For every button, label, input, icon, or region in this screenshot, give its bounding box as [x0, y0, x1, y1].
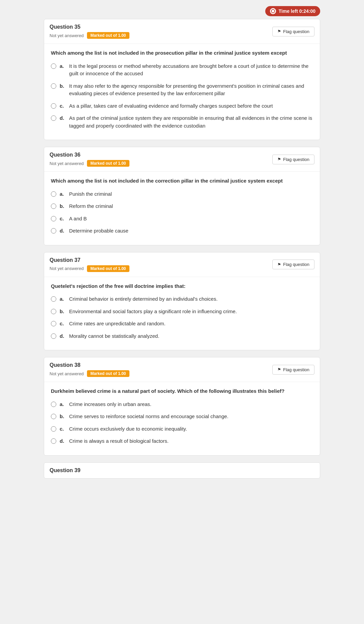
question-header-q35: Question 35Not yet answeredMarked out of… [44, 19, 320, 44]
option-text-q35-0: It is the legal process or method whereb… [69, 62, 313, 78]
option-radio-q35-3[interactable] [51, 115, 56, 121]
question-meta-q37: Not yet answeredMarked out of 1.00 [50, 265, 272, 272]
question-body-q36: Which among the list is not included in … [44, 172, 320, 245]
partial-question-title: Question 39 [50, 467, 314, 473]
option-list-q35: a.It is the legal process or method wher… [51, 62, 313, 130]
marked-badge-q35: Marked out of 1.00 [87, 32, 129, 39]
option-radio-q37-3[interactable] [51, 333, 56, 339]
option-letter-q38-3: d. [60, 437, 66, 445]
marked-badge-q37: Marked out of 1.00 [87, 265, 129, 272]
option-list-q38: a.Crime increases only in urban areas.b.… [51, 401, 313, 445]
flag-button-q36[interactable]: ⚑ Flag question [272, 155, 314, 164]
flag-icon-q37: ⚑ [277, 262, 281, 267]
option-text-q37-1: Environmental and social factors play a … [69, 308, 237, 316]
option-item-q35-2: c.As a pillar, takes care of evaluating … [51, 102, 313, 110]
option-radio-q36-2[interactable] [51, 216, 56, 221]
option-item-q35-1: b.It may also refer to the agency respon… [51, 82, 313, 98]
option-letter-q37-1: b. [60, 308, 66, 316]
option-text-q36-3: Determine probable cause [69, 227, 128, 235]
option-text-q37-2: Crime rates are unpredictable and random… [69, 320, 165, 328]
option-text-q38-1: Crime serves to reinforce societal norms… [69, 413, 229, 420]
option-radio-q35-1[interactable] [51, 83, 56, 89]
question-block-q38: Question 38Not yet answeredMarked out of… [44, 357, 320, 456]
question-body-q37: Quetelet's rejection of the free will do… [44, 277, 320, 350]
question-meta-q38: Not yet answeredMarked out of 1.00 [50, 370, 272, 377]
question-header-right-q37: ⚑ Flag question [272, 260, 314, 269]
flag-icon-q38: ⚑ [277, 367, 281, 372]
option-item-q37-0: a.Criminal behavior is entirely determin… [51, 295, 313, 303]
option-letter-q35-3: d. [60, 114, 66, 122]
option-radio-q38-0[interactable] [51, 402, 56, 407]
question-body-q38: Durkheim believed crime is a natural par… [44, 382, 320, 455]
timer-badge: Time left 0:24:00 [265, 6, 320, 16]
option-text-q37-0: Criminal behavior is entirely determined… [69, 295, 218, 303]
question-text-q36: Which among the list is not included in … [51, 177, 313, 185]
question-header-left-q35: Question 35Not yet answeredMarked out of… [50, 24, 272, 39]
question-title-q37: Question 37 [50, 257, 272, 263]
page-wrapper: Time left 0:24:00 Question 35Not yet ans… [40, 0, 324, 489]
option-letter-q35-0: a. [60, 62, 66, 70]
questions-container: Question 35Not yet answeredMarked out of… [44, 19, 320, 456]
question-header-right-q38: ⚑ Flag question [272, 365, 314, 375]
option-radio-q38-2[interactable] [51, 426, 56, 432]
option-text-q36-2: A and B [69, 215, 87, 223]
option-radio-q38-1[interactable] [51, 414, 56, 419]
option-item-q36-3: d.Determine probable cause [51, 227, 313, 235]
question-header-left-q36: Question 36Not yet answeredMarked out of… [50, 152, 272, 167]
option-radio-q35-0[interactable] [51, 63, 56, 69]
question-block-q37: Question 37Not yet answeredMarked out of… [44, 252, 320, 351]
option-list-q36: a.Punish the criminalb.Reform the crimin… [51, 190, 313, 235]
flag-button-q37[interactable]: ⚑ Flag question [272, 260, 314, 269]
option-text-q36-1: Reform the criminal [69, 202, 113, 210]
option-text-q38-2: Crime occurs exclusively due to economic… [69, 425, 187, 433]
option-letter-q37-0: a. [60, 295, 66, 303]
option-item-q38-1: b.Crime serves to reinforce societal nor… [51, 413, 313, 420]
option-letter-q36-0: a. [60, 190, 66, 198]
question-text-q38: Durkheim believed crime is a natural par… [51, 387, 313, 395]
option-radio-q36-3[interactable] [51, 228, 56, 234]
question-meta-q35: Not yet answeredMarked out of 1.00 [50, 32, 272, 39]
option-item-q38-3: d.Crime is always a result of biological… [51, 437, 313, 445]
question-header-right-q36: ⚑ Flag question [272, 155, 314, 164]
not-answered-label-q38: Not yet answered [50, 371, 84, 376]
question-meta-q36: Not yet answeredMarked out of 1.00 [50, 160, 272, 167]
partial-question-block: Question 39 [44, 462, 320, 479]
option-radio-q37-1[interactable] [51, 309, 56, 314]
timer-label: Time left 0:24:00 [279, 8, 315, 14]
option-letter-q35-2: c. [60, 102, 66, 110]
question-header-q36: Question 36Not yet answeredMarked out of… [44, 147, 320, 172]
flag-button-q35[interactable]: ⚑ Flag question [272, 27, 314, 36]
option-item-q37-3: d.Morality cannot be statistically analy… [51, 332, 313, 340]
question-title-q35: Question 35 [50, 24, 272, 30]
option-text-q35-1: It may also refer to the agency responsi… [69, 82, 313, 98]
question-text-q37: Quetelet's rejection of the free will do… [51, 282, 313, 290]
question-header-right-q35: ⚑ Flag question [272, 27, 314, 36]
option-letter-q35-1: b. [60, 82, 66, 90]
flag-button-q38[interactable]: ⚑ Flag question [272, 365, 314, 375]
option-item-q37-1: b.Environmental and social factors play … [51, 308, 313, 316]
option-letter-q36-2: c. [60, 215, 66, 223]
option-radio-q38-3[interactable] [51, 438, 56, 444]
option-radio-q37-2[interactable] [51, 321, 56, 326]
option-radio-q36-0[interactable] [51, 191, 56, 197]
option-item-q37-2: c.Crime rates are unpredictable and rand… [51, 320, 313, 328]
question-title-q38: Question 38 [50, 362, 272, 368]
option-letter-q37-3: d. [60, 332, 66, 340]
flag-icon-q35: ⚑ [277, 29, 281, 34]
option-text-q38-3: Crime is always a result of biological f… [69, 437, 169, 445]
option-text-q38-0: Crime increases only in urban areas. [69, 401, 151, 408]
flag-icon-q36: ⚑ [277, 157, 281, 162]
option-text-q37-3: Morality cannot be statistically analyze… [69, 332, 159, 340]
option-item-q38-0: a.Crime increases only in urban areas. [51, 401, 313, 408]
question-header-q37: Question 37Not yet answeredMarked out of… [44, 252, 320, 277]
option-text-q35-3: As part of the criminal justice system t… [69, 114, 313, 130]
question-header-left-q37: Question 37Not yet answeredMarked out of… [50, 257, 272, 272]
option-radio-q35-2[interactable] [51, 103, 56, 109]
option-radio-q37-0[interactable] [51, 296, 56, 302]
not-answered-label-q37: Not yet answered [50, 266, 84, 271]
question-text-q35: Which among the list is not included in … [51, 49, 313, 57]
option-item-q35-0: a.It is the legal process or method wher… [51, 62, 313, 78]
question-header-left-q38: Question 38Not yet answeredMarked out of… [50, 362, 272, 377]
option-letter-q36-1: b. [60, 202, 66, 210]
option-radio-q36-1[interactable] [51, 204, 56, 209]
